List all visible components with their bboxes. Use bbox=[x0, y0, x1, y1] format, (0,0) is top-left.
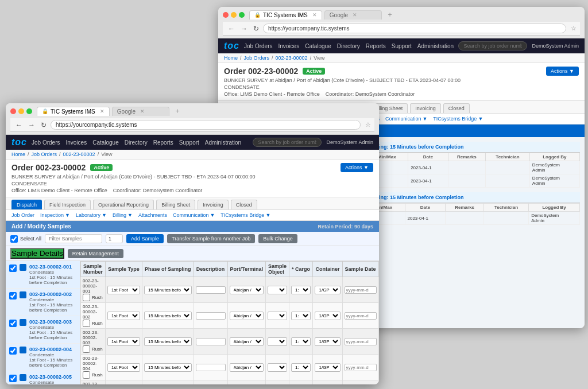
sample-details-btn[interactable]: Sample Details bbox=[10, 248, 64, 259]
cargo-select-4[interactable]: 1: Condensate / Uninosc bbox=[291, 363, 311, 372]
star-icon-back[interactable]: ☆ bbox=[571, 25, 577, 32]
transfer-sample-btn[interactable]: Transfer Sample from Another Job bbox=[167, 234, 255, 243]
nav-job-orders-front[interactable]: Job Orders bbox=[32, 139, 60, 146]
type-select-2[interactable]: 1st Foot ▼ bbox=[107, 312, 140, 320]
port-select-3[interactable]: Abidjan / bbox=[230, 337, 264, 346]
nav-reports-back[interactable]: Reports bbox=[366, 43, 386, 49]
tab-dispatch-front[interactable]: Dispatch bbox=[11, 200, 42, 209]
cargo-select-2[interactable]: 1: Condensate / Uninosc bbox=[291, 312, 311, 320]
sub-attachments-front[interactable]: Attachments bbox=[138, 212, 167, 218]
select-all-checkbox[interactable] bbox=[10, 235, 18, 243]
maximize-button-front[interactable] bbox=[26, 108, 32, 114]
nav-search-front[interactable] bbox=[253, 138, 322, 147]
object-select-2[interactable] bbox=[268, 312, 287, 320]
sample-check-2[interactable] bbox=[9, 292, 17, 299]
sub-inspection-front[interactable]: Inspection ▼ bbox=[40, 212, 70, 218]
port-select-4[interactable]: Abidjan / bbox=[230, 363, 264, 372]
new-tab-back[interactable]: ＋ bbox=[386, 10, 393, 20]
object-select-4[interactable] bbox=[268, 363, 287, 372]
type-select-1[interactable]: 1st Foot ▼ bbox=[107, 286, 140, 294]
date-input-2[interactable] bbox=[345, 312, 377, 320]
close-button-back[interactable] bbox=[223, 12, 229, 18]
sub-communication-front[interactable]: Communication ▼ bbox=[173, 212, 215, 218]
app-logo-back[interactable]: toc bbox=[224, 41, 239, 51]
new-tab-front[interactable]: ＋ bbox=[174, 106, 181, 116]
filter-samples-input[interactable] bbox=[45, 234, 102, 243]
object-select-3[interactable] bbox=[268, 337, 287, 346]
container-select-3[interactable]: 1/GP / 1 bbox=[315, 337, 340, 346]
reload-btn-back[interactable]: ↻ bbox=[252, 24, 261, 33]
tab-invoicing-back[interactable]: Invoicing bbox=[410, 103, 441, 113]
nav-reports-front[interactable]: Reports bbox=[153, 139, 173, 146]
sub-ticsystems-back[interactable]: TICsystems Bridge ▼ bbox=[433, 116, 483, 122]
close-button-front[interactable] bbox=[10, 108, 16, 114]
port-select-2[interactable]: Abidjan / bbox=[230, 312, 264, 320]
actions-btn-back[interactable]: Actions ▼ bbox=[546, 67, 579, 76]
tab-invoicing-front[interactable]: Invoicing bbox=[198, 200, 229, 209]
rush-check-1[interactable] bbox=[83, 294, 90, 301]
sample-qty-input[interactable] bbox=[106, 234, 123, 243]
breadcrumb-job-front[interactable]: Job Orders bbox=[32, 151, 57, 157]
list-item[interactable]: 002-23-00002-005 Condensate 1st Foot - 1… bbox=[6, 371, 80, 384]
nav-job-orders-back[interactable]: Job Orders bbox=[244, 43, 272, 49]
cargo-select-3[interactable]: 1: Condensate / Uninosc bbox=[291, 337, 311, 346]
nav-admin-back[interactable]: Administration bbox=[417, 43, 454, 49]
breadcrumb-order-back[interactable]: 002-23-00002 bbox=[276, 55, 308, 61]
app-logo-front[interactable]: toc bbox=[11, 137, 27, 147]
tab-billing-front[interactable]: Billing Sheet bbox=[156, 200, 195, 209]
reload-btn-front[interactable]: ↻ bbox=[39, 120, 48, 130]
tab-tic-back[interactable]: 🔒 TIC Systems IMS ✕ bbox=[249, 10, 322, 20]
container-select-2[interactable]: 1/GP / 1 bbox=[315, 312, 340, 320]
back-btn-back[interactable]: ← bbox=[226, 24, 237, 33]
actions-btn-front[interactable]: Actions ▼ bbox=[341, 163, 373, 172]
address-bar-front[interactable]: https://yourcompany.tic.systems bbox=[51, 120, 361, 130]
nav-directory-back[interactable]: Directory bbox=[337, 43, 360, 49]
desc-input-2[interactable] bbox=[196, 312, 226, 320]
tab-operational-front[interactable]: Operational Reporting bbox=[93, 200, 154, 209]
star-icon-front[interactable]: ☆ bbox=[365, 121, 371, 129]
sub-communication-back[interactable]: Communication ▼ bbox=[385, 116, 427, 122]
cargo-select-1[interactable]: 1: Condensate / Uninosc bbox=[291, 286, 311, 294]
nav-invoices-front[interactable]: Invoices bbox=[65, 139, 87, 146]
rush-check-4[interactable] bbox=[83, 371, 90, 379]
sub-ticsystems-front[interactable]: TICsystems Bridge ▼ bbox=[220, 212, 270, 218]
rush-check-2[interactable] bbox=[83, 320, 90, 327]
tab-google-close-front[interactable]: ✕ bbox=[140, 108, 145, 114]
container-select-4[interactable]: 1/GP / 1 bbox=[315, 363, 340, 372]
sample-check-1[interactable] bbox=[9, 264, 17, 272]
forward-btn-back[interactable]: → bbox=[239, 24, 249, 33]
tab-close-back[interactable]: ✕ bbox=[312, 12, 317, 18]
sample-check-4[interactable] bbox=[9, 347, 17, 355]
date-input-4[interactable] bbox=[345, 364, 377, 371]
maximize-button-back[interactable] bbox=[239, 12, 245, 18]
list-item[interactable]: 002-23-00002-004 Condensate 1st Foot - 1… bbox=[6, 344, 80, 371]
list-item[interactable]: 002-23-00002-003 Condensate 1st Foot - 1… bbox=[6, 316, 80, 344]
type-select-4[interactable]: 1st Foot ▼ bbox=[107, 363, 140, 372]
port-select-1[interactable]: Abidjan / bbox=[230, 286, 264, 294]
list-item[interactable]: 002-23-00002-001 Condensate 1st Foot - 1… bbox=[6, 261, 80, 289]
nav-directory-front[interactable]: Directory bbox=[125, 139, 148, 146]
address-bar-back[interactable]: https://yourcompany.tic.systems bbox=[263, 24, 566, 33]
sample-check-3[interactable] bbox=[9, 320, 17, 327]
desc-input-1[interactable] bbox=[196, 286, 226, 294]
tab-google-back[interactable]: Google ✕ bbox=[324, 10, 382, 20]
phase-select-3[interactable]: 15 Minutes before Compl. bbox=[144, 337, 192, 346]
breadcrumb-job-back[interactable]: Job Orders bbox=[244, 55, 270, 61]
breadcrumb-order-front[interactable]: 002-23-00002 bbox=[63, 151, 95, 157]
type-select-3[interactable]: 1st Foot ▼ bbox=[107, 337, 140, 346]
tab-google-close-back[interactable]: ✕ bbox=[353, 12, 357, 18]
bulk-change-btn[interactable]: Bulk Change bbox=[258, 234, 297, 243]
phase-select-4[interactable]: 15 Minutes before Compl. bbox=[144, 363, 192, 372]
phase-select-2[interactable]: 15 Minutes before Compl. bbox=[144, 312, 192, 320]
breadcrumb-home-back[interactable]: Home bbox=[224, 55, 238, 61]
date-input-1[interactable] bbox=[345, 286, 377, 294]
phase-select-1[interactable]: 15 Minutes before Compl. bbox=[144, 286, 192, 294]
sub-billing-front[interactable]: Billing ▼ bbox=[113, 212, 133, 218]
forward-btn-front[interactable]: → bbox=[26, 120, 37, 130]
tab-google-front[interactable]: Google ✕ bbox=[112, 107, 169, 116]
nav-catalogue-front[interactable]: Catalogue bbox=[92, 139, 119, 146]
nav-catalogue-back[interactable]: Catalogue bbox=[305, 43, 331, 49]
nav-support-back[interactable]: Support bbox=[392, 43, 412, 49]
breadcrumb-home-front[interactable]: Home bbox=[11, 151, 25, 157]
tab-close-front[interactable]: ✕ bbox=[100, 108, 105, 114]
